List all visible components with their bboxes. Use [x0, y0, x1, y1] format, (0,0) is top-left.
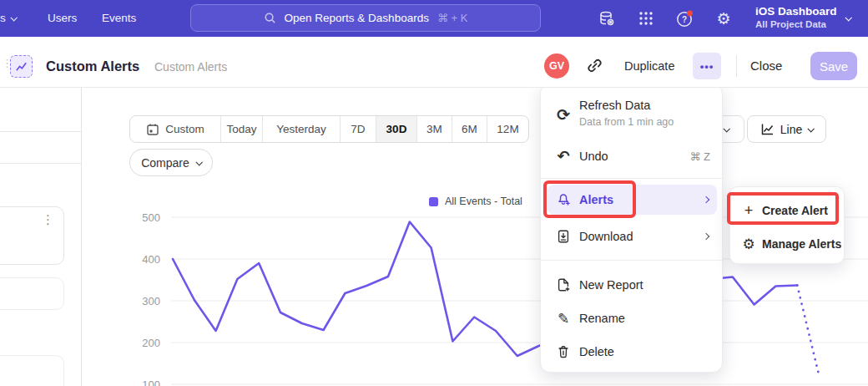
- svg-text:?: ?: [681, 15, 686, 24]
- help-button[interactable]: ?: [674, 8, 695, 29]
- date-range-selector: Custom Today Yesterday 7D 30D 3M 6M 12M: [129, 115, 529, 143]
- kebab-menu-icon[interactable]: ⋮: [42, 216, 54, 222]
- date-range-yesterday[interactable]: Yesterday: [263, 116, 341, 142]
- query-card[interactable]: [0, 206, 64, 265]
- undo-icon: ↶: [554, 147, 573, 165]
- submenu-item-label: Manage Alerts: [762, 237, 841, 251]
- sidebar-divider: [0, 163, 81, 164]
- svg-text:500: 500: [142, 211, 160, 224]
- download-icon: [554, 227, 573, 246]
- report-type-button[interactable]: [10, 55, 33, 78]
- svg-text:400: 400: [142, 253, 160, 266]
- svg-text:200: 200: [142, 337, 160, 349]
- grid-dots-icon: [638, 10, 654, 27]
- calendar-icon: [146, 123, 159, 136]
- top-navbar: s Users Events Open Reports & Dashboards…: [0, 0, 868, 37]
- menu-divider: [541, 178, 724, 179]
- chevron-down-icon: [10, 14, 17, 21]
- date-range-custom[interactable]: Custom: [130, 116, 221, 142]
- refresh-icon: ⟳: [554, 105, 573, 124]
- more-options-menu: ⟳ Refresh Data Data from 1 min ago ↶ Und…: [540, 84, 723, 373]
- menu-item-label: Download: [579, 230, 633, 243]
- menu-item-label: Rename: [579, 312, 625, 325]
- gear-icon: ⚙: [740, 236, 757, 252]
- menu-item-refresh-data[interactable]: ⟳ Refresh Data Data from 1 min ago: [541, 94, 724, 135]
- date-range-today[interactable]: Today: [221, 116, 263, 142]
- chevron-down-icon: [723, 125, 729, 132]
- project-switcher[interactable]: iOS Dashboard All Project Data: [755, 4, 837, 31]
- date-range-label: Custom: [165, 123, 204, 135]
- undo-shortcut: ⌘ Z: [689, 150, 710, 163]
- compare-button[interactable]: Compare: [129, 149, 213, 176]
- new-report-icon: [554, 276, 573, 294]
- menu-item-undo[interactable]: ↶ Undo ⌘ Z: [541, 141, 724, 171]
- svg-text:300: 300: [142, 295, 160, 307]
- project-name: iOS Dashboard: [755, 4, 837, 18]
- chevron-down-icon: [195, 159, 202, 165]
- project-scope: All Project Data: [755, 18, 837, 31]
- menu-item-label: New Report: [579, 278, 643, 292]
- date-range-3m[interactable]: 3M: [417, 116, 452, 142]
- alerts-row-highlight: [548, 185, 717, 215]
- header-divider: [736, 55, 737, 77]
- date-range-30d-selected[interactable]: 30D: [376, 116, 417, 142]
- menu-item-delete[interactable]: Delete: [541, 337, 724, 367]
- query-card[interactable]: [0, 277, 64, 310]
- apps-menu-button[interactable]: [635, 8, 657, 29]
- compare-label: Compare: [141, 156, 189, 170]
- submenu-item-manage-alerts[interactable]: ⚙ Manage Alerts: [730, 229, 845, 259]
- legend-label: All Events - Total: [445, 196, 522, 207]
- date-range-7d[interactable]: 7D: [341, 116, 376, 142]
- search-shortcut: ⌘ + K: [437, 12, 468, 24]
- app-window: s Users Events Open Reports & Dashboards…: [0, 0, 868, 386]
- sidebar-divider: [0, 131, 81, 132]
- menu-item-new-report[interactable]: New Report: [541, 270, 724, 300]
- help-icon: ?: [675, 9, 694, 28]
- report-header: ⋮ Custom Alerts Custom Alerts GV Duplica…: [0, 37, 868, 88]
- project-chevron-down-icon: [845, 14, 851, 21]
- duplicate-button[interactable]: Duplicate: [624, 59, 674, 73]
- svg-text:100: 100: [142, 378, 160, 386]
- nav-item-partial[interactable]: s: [0, 12, 16, 24]
- alerts-submenu: + Create Alert ⚙ Manage Alerts: [729, 186, 845, 264]
- data-management-button[interactable]: [596, 8, 618, 29]
- menu-item-alerts[interactable]: Alerts: [541, 185, 724, 215]
- line-chart-icon: [15, 60, 28, 73]
- menu-item-rename[interactable]: ✎ Rename: [541, 303, 724, 333]
- chevron-down-icon: [808, 125, 815, 132]
- chart-legend[interactable]: All Events - Total: [429, 196, 522, 207]
- settings-button[interactable]: ⚙: [713, 8, 734, 29]
- nav-item-users[interactable]: Users: [48, 12, 77, 24]
- query-card[interactable]: [0, 355, 64, 386]
- menu-divider: [541, 260, 724, 261]
- query-builder-sidebar: ⋮: [0, 88, 82, 386]
- chart-type-button[interactable]: Line: [747, 115, 826, 143]
- pencil-icon: ✎: [554, 309, 573, 328]
- line-chart-type-icon: [760, 122, 775, 136]
- close-button[interactable]: Close: [750, 58, 782, 73]
- submenu-item-label: Create Alert: [762, 204, 828, 217]
- more-options-button[interactable]: •••: [693, 53, 721, 79]
- legend-swatch: [429, 197, 438, 206]
- user-avatar[interactable]: GV: [544, 53, 569, 79]
- plus-icon: +: [740, 202, 757, 219]
- breadcrumb[interactable]: Custom Alerts: [154, 60, 227, 74]
- global-search-input[interactable]: Open Reports & Dashboards ⌘ + K: [190, 4, 541, 32]
- bell-plus-icon: [554, 190, 573, 209]
- share-link-button[interactable]: [586, 57, 606, 77]
- submenu-item-create-alert[interactable]: + Create Alert: [730, 196, 845, 226]
- date-range-12m[interactable]: 12M: [487, 116, 528, 142]
- submenu-chevron-right-icon: [703, 233, 709, 240]
- menu-item-download[interactable]: Download: [541, 221, 724, 251]
- refresh-data-subtitle: Data from 1 min ago: [579, 116, 674, 128]
- date-range-6m[interactable]: 6M: [452, 116, 487, 142]
- chart-type-label: Line: [780, 123, 802, 136]
- menu-item-label: Undo: [579, 150, 608, 163]
- save-button[interactable]: Save: [810, 52, 857, 80]
- database-icon: [598, 9, 616, 28]
- menu-item-label: Refresh Data: [579, 99, 650, 112]
- search-placeholder: Open Reports & Dashboards: [285, 12, 429, 24]
- notification-dot: [687, 10, 693, 16]
- nav-item-events[interactable]: Events: [102, 12, 136, 24]
- search-icon: [264, 12, 276, 24]
